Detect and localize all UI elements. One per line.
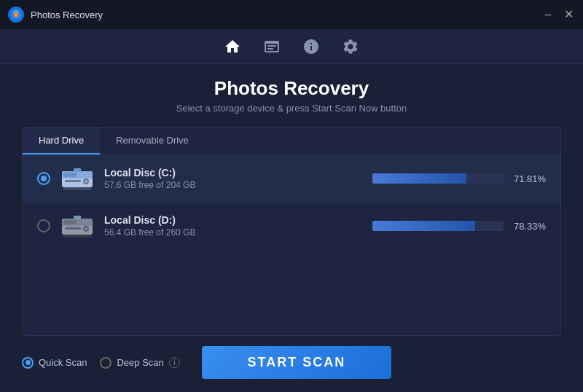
drive-d-bar-fill: [372, 221, 475, 231]
drive-d-percent: 78.33%: [511, 221, 546, 232]
svg-point-15: [85, 227, 87, 230]
title-bar: Photos Recovery – ✕: [0, 0, 583, 29]
deep-scan-label: Deep Scan: [117, 357, 163, 368]
window-controls: – ✕: [541, 7, 576, 22]
nav-info-icon[interactable]: [302, 38, 320, 55]
nav-scan-icon[interactable]: [263, 38, 281, 55]
drive-item-d[interactable]: Local Disc (D:) 56.4 GB free of 260 GB 7…: [23, 203, 560, 249]
svg-rect-10: [74, 168, 81, 172]
quick-scan-radio[interactable]: [22, 357, 34, 369]
drive-c-percent: 71.81%: [511, 173, 546, 184]
drive-c-bar-bg: [372, 173, 504, 184]
drive-panel: Hard Drive Removable Drive: [22, 127, 561, 336]
svg-point-7: [85, 180, 87, 183]
radio-c[interactable]: [37, 172, 50, 185]
page-subtitle: Select a storage device & press Start Sc…: [22, 103, 561, 114]
app-logo-icon: [7, 6, 25, 23]
drive-c-bar-area: 71.81%: [372, 173, 546, 184]
svg-rect-5: [63, 173, 77, 177]
minimize-button[interactable]: –: [541, 7, 555, 22]
svg-point-2: [14, 12, 18, 17]
drive-d-info: Local Disc (D:) 56.4 GB free of 260 GB: [104, 214, 372, 238]
drive-item-c[interactable]: Local Disc (C:) 57.6 GB free of 204 GB 7…: [23, 155, 560, 203]
quick-scan-option[interactable]: Quick Scan: [22, 357, 87, 369]
start-scan-button[interactable]: START SCAN: [202, 346, 391, 379]
drive-d-free: 56.4 GB free of 260 GB: [104, 227, 372, 238]
svg-rect-17: [63, 235, 92, 238]
title-bar-title: Photos Recovery: [31, 9, 541, 20]
drive-c-info: Local Disc (C:) 57.6 GB free of 204 GB: [104, 167, 372, 190]
svg-rect-16: [65, 227, 81, 230]
close-button[interactable]: ✕: [561, 7, 576, 22]
drive-d-name: Local Disc (D:): [104, 214, 372, 226]
drive-d-bar-area: 78.33%: [372, 221, 546, 232]
drive-c-name: Local Disc (C:): [104, 167, 372, 179]
tab-removable-drive[interactable]: Removable Drive: [100, 128, 205, 154]
hard-drive-c-icon: [60, 165, 94, 192]
page-title: Photos Recovery: [22, 77, 561, 100]
radio-d[interactable]: [37, 219, 50, 232]
deep-scan-info-icon[interactable]: i: [169, 357, 180, 368]
deep-scan-option[interactable]: Deep Scan i: [100, 357, 179, 369]
tab-hard-drive[interactable]: Hard Drive: [23, 128, 100, 154]
scan-options: Quick Scan Deep Scan i: [22, 357, 180, 369]
nav-bar: [0, 29, 583, 64]
deep-scan-radio[interactable]: [100, 357, 111, 369]
drive-list: Local Disc (C:) 57.6 GB free of 204 GB 7…: [23, 155, 560, 335]
hard-drive-d-icon: [60, 213, 94, 239]
drive-d-bar-bg: [372, 221, 504, 231]
main-content: Photos Recovery Select a storage device …: [0, 64, 583, 392]
drive-c-free: 57.6 GB free of 204 GB: [104, 180, 372, 190]
quick-scan-label: Quick Scan: [39, 357, 87, 368]
drive-tabs: Hard Drive Removable Drive: [23, 128, 560, 155]
nav-settings-icon[interactable]: [342, 38, 359, 55]
svg-rect-18: [74, 216, 81, 219]
scan-area: Quick Scan Deep Scan i START SCAN: [22, 336, 561, 385]
svg-rect-9: [63, 187, 92, 190]
drive-c-bar-fill: [372, 173, 466, 184]
svg-rect-13: [63, 220, 77, 224]
svg-rect-8: [65, 180, 81, 182]
nav-home-icon[interactable]: [224, 38, 241, 55]
